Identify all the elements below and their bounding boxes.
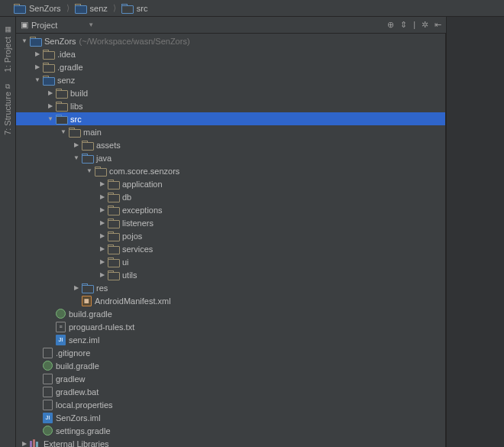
tree-row[interactable]: settings.gradle	[16, 424, 445, 437]
chevron-down-icon: ▼	[88, 21, 94, 28]
iml-file-icon: JI	[56, 335, 66, 345]
tree-item-label: exceptions	[122, 206, 163, 215]
chevron-right-icon[interactable]: ▶	[99, 180, 106, 188]
tree-row[interactable]: ▼senz	[16, 73, 445, 86]
tree-item-label: SenZors.iml	[56, 413, 101, 423]
tab-icon: ⧉	[5, 83, 10, 90]
tree-row[interactable]: ▶.gradle	[16, 60, 445, 73]
tree-row[interactable]: ▼com.score.senzors	[16, 164, 445, 177]
tree-row[interactable]: ▶External Libraries	[16, 437, 445, 447]
tree-item-label: build.gradle	[69, 309, 112, 319]
manifest-file-icon: ▦	[82, 296, 92, 306]
project-icon: ▣	[21, 20, 28, 30]
tree-item-label: java	[96, 154, 111, 163]
chevron-down-icon[interactable]: ▼	[47, 115, 54, 123]
breadcrumb-label: src	[137, 4, 148, 13]
tree-row[interactable]: local.properties	[16, 398, 445, 411]
tree-row[interactable]: gradlew.bat	[16, 385, 445, 398]
project-view-selector[interactable]: ▣ Project ▼	[21, 20, 387, 30]
chevron-down-icon[interactable]: ▼	[86, 167, 93, 175]
chevron-down-icon[interactable]: ▼	[34, 76, 41, 84]
tree-row[interactable]: ▼src	[16, 112, 445, 125]
tree-row[interactable]: JIsenz.iml	[16, 333, 445, 346]
file-icon	[43, 400, 53, 410]
tree-row[interactable]: ▼main	[16, 125, 445, 138]
file-icon	[43, 348, 53, 358]
tree-row[interactable]: gradlew	[16, 372, 445, 385]
tree-row[interactable]: JISenZors.iml	[16, 411, 445, 424]
tree-item-label: libs	[70, 102, 83, 111]
tree-row[interactable]: build.gradle	[16, 307, 445, 320]
file-icon	[43, 387, 53, 397]
tree-item-label: gradlew	[56, 374, 86, 384]
chevron-right-icon[interactable]: ▶	[21, 440, 28, 448]
tree-row[interactable]: ▼SenZors(~/Workspace/wasn/SenZors)	[16, 34, 445, 47]
chevron-down-icon[interactable]: ▼	[60, 128, 67, 136]
folder-icon	[121, 4, 133, 13]
chevron-down-icon[interactable]: ▼	[73, 154, 80, 162]
editor-gutter	[447, 17, 504, 447]
tree-row[interactable]: ▶db	[16, 190, 445, 203]
tree-row[interactable]: ▶res	[16, 281, 445, 294]
gradle-icon	[56, 309, 66, 319]
tree-item-label: pojos	[122, 232, 142, 241]
chevron-right-icon[interactable]: ▶	[99, 193, 106, 201]
tab-label: 1: Project	[3, 37, 12, 72]
tree-item-label: .idea	[57, 50, 76, 59]
collapse-all-icon[interactable]: ⇕	[400, 20, 407, 30]
panel-header-actions: ⊕ ⇕ | ✲ ⇤	[387, 20, 441, 30]
tree-item-label: AndroidManifest.xml	[95, 296, 171, 306]
tool-window-tab[interactable]: 7: Structure⧉	[2, 79, 14, 140]
tree-row[interactable]: ▶services	[16, 242, 445, 255]
tree-row[interactable]: ▶exceptions	[16, 203, 445, 216]
chevron-right-icon[interactable]: ▶	[73, 141, 80, 149]
chevron-right-icon[interactable]: ▶	[34, 63, 41, 71]
gear-icon[interactable]: ✲	[422, 20, 428, 30]
tree-item-label: local.properties	[56, 400, 113, 410]
scroll-to-source-icon[interactable]: ⊕	[387, 20, 394, 30]
divider: |	[413, 20, 415, 30]
chevron-right-icon[interactable]: ▶	[99, 271, 106, 279]
breadcrumb: SenZors⟩senz⟩src	[0, 0, 504, 17]
tree-row[interactable]: .gitignore	[16, 346, 445, 359]
tree-row[interactable]: ≡proguard-rules.txt	[16, 320, 445, 333]
tree-row[interactable]: ▶.idea	[16, 47, 445, 60]
chevron-right-icon[interactable]: ▶	[99, 245, 106, 253]
tree-item-label: application	[122, 180, 163, 189]
project-tool-window: ▣ Project ▼ ⊕ ⇕ | ✲ ⇤ ▼SenZors(~/Workspa…	[16, 17, 447, 447]
tree-row[interactable]: ▶pojos	[16, 229, 445, 242]
tree-row[interactable]: ▶libs	[16, 99, 445, 112]
tree-item-label: senz	[57, 76, 75, 85]
tree-row[interactable]: ▦AndroidManifest.xml	[16, 294, 445, 307]
tree-row[interactable]: ▼java	[16, 151, 445, 164]
folder-icon	[69, 128, 80, 137]
tree-row[interactable]: ▶build	[16, 86, 445, 99]
chevron-right-icon[interactable]: ▶	[99, 232, 106, 240]
breadcrumb-item[interactable]: SenZors	[9, 2, 66, 15]
tree-row[interactable]: ▶ui	[16, 255, 445, 268]
tree-row[interactable]: ▶utils	[16, 268, 445, 281]
breadcrumb-item[interactable]: src	[117, 2, 153, 15]
folder-icon	[108, 245, 119, 254]
chevron-right-icon[interactable]: ▶	[73, 284, 80, 292]
hide-icon[interactable]: ⇤	[435, 20, 441, 30]
chevron-right-icon[interactable]: ▶	[99, 219, 106, 227]
project-tree[interactable]: ▼SenZors(~/Workspace/wasn/SenZors)▶.idea…	[16, 34, 446, 447]
tree-row[interactable]: build.gradle	[16, 359, 445, 372]
chevron-right-icon[interactable]: ▶	[47, 102, 54, 110]
tree-item-label: com.score.senzors	[109, 167, 179, 176]
left-tool-window-tabs: 1: Project▦7: Structure⧉	[0, 17, 16, 447]
tree-item-label: main	[83, 128, 102, 137]
tree-row[interactable]: ▶application	[16, 177, 445, 190]
chevron-right-icon[interactable]: ▶	[47, 89, 54, 97]
chevron-right-icon[interactable]: ▶	[99, 258, 106, 266]
folder-icon	[108, 180, 119, 189]
tool-window-tab[interactable]: 1: Project▦	[2, 21, 14, 76]
chevron-right-icon[interactable]: ▶	[34, 50, 41, 58]
chevron-right-icon[interactable]: ▶	[99, 206, 106, 214]
tree-row[interactable]: ▶listeners	[16, 216, 445, 229]
breadcrumb-item[interactable]: senz	[70, 2, 112, 15]
tree-row[interactable]: ▶assets	[16, 138, 445, 151]
chevron-down-icon[interactable]: ▼	[21, 37, 28, 45]
iml-file-icon: JI	[43, 413, 53, 423]
